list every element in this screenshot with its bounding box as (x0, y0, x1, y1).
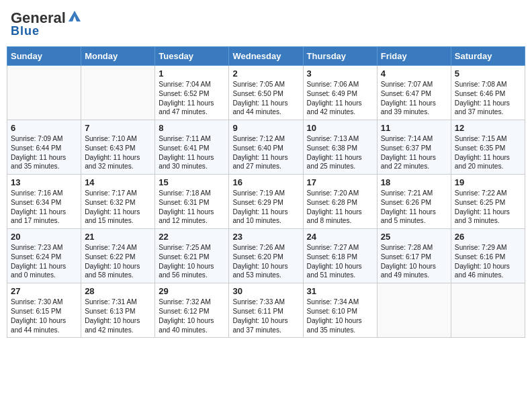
calendar-cell: 25Sunrise: 7:28 AMSunset: 6:17 PMDayligh… (377, 229, 451, 283)
day-details: Sunrise: 7:10 AMSunset: 6:43 PMDaylight:… (85, 134, 151, 171)
calendar-cell: 23Sunrise: 7:26 AMSunset: 6:20 PMDayligh… (229, 229, 303, 283)
day-details: Sunrise: 7:34 AMSunset: 6:10 PMDaylight:… (307, 298, 373, 334)
calendar-cell: 22Sunrise: 7:25 AMSunset: 6:21 PMDayligh… (155, 229, 229, 283)
day-header-thursday: Thursday (303, 47, 377, 66)
calendar-table: SundayMondayTuesdayWednesdayThursdayFrid… (7, 46, 525, 338)
logo-icon (67, 9, 82, 27)
calendar-cell: 1Sunrise: 7:04 AMSunset: 6:52 PMDaylight… (155, 66, 229, 120)
calendar-cell: 11Sunrise: 7:14 AMSunset: 6:37 PMDayligh… (377, 120, 451, 175)
calendar-week-3: 13Sunrise: 7:16 AMSunset: 6:34 PMDayligh… (7, 175, 525, 229)
day-details: Sunrise: 7:22 AMSunset: 6:25 PMDaylight:… (455, 189, 521, 226)
day-details: Sunrise: 7:29 AMSunset: 6:16 PMDaylight:… (455, 243, 521, 280)
day-number: 14 (85, 177, 151, 187)
day-header-saturday: Saturday (451, 47, 525, 66)
day-number: 2 (232, 68, 299, 79)
day-details: Sunrise: 7:33 AMSunset: 6:11 PMDaylight:… (232, 298, 299, 334)
day-number: 1 (159, 68, 225, 79)
calendar-cell (377, 283, 451, 338)
calendar-cell: 29Sunrise: 7:32 AMSunset: 6:12 PMDayligh… (155, 283, 229, 338)
day-number: 18 (381, 177, 447, 187)
calendar-week-4: 20Sunrise: 7:23 AMSunset: 6:24 PMDayligh… (7, 229, 525, 283)
day-details: Sunrise: 7:23 AMSunset: 6:24 PMDaylight:… (11, 243, 77, 280)
day-number: 3 (307, 68, 373, 79)
day-number: 31 (307, 286, 373, 296)
day-number: 30 (232, 286, 299, 296)
calendar-cell: 27Sunrise: 7:30 AMSunset: 6:15 PMDayligh… (7, 283, 81, 338)
day-number: 4 (381, 68, 447, 79)
calendar-cell: 16Sunrise: 7:19 AMSunset: 6:29 PMDayligh… (229, 175, 303, 229)
day-details: Sunrise: 7:14 AMSunset: 6:37 PMDaylight:… (381, 134, 447, 171)
day-details: Sunrise: 7:12 AMSunset: 6:40 PMDaylight:… (232, 134, 299, 171)
day-details: Sunrise: 7:09 AMSunset: 6:44 PMDaylight:… (11, 134, 77, 171)
day-number: 12 (455, 123, 521, 133)
day-details: Sunrise: 7:08 AMSunset: 6:46 PMDaylight:… (455, 80, 521, 117)
logo-blue: Blue (11, 24, 40, 38)
calendar-cell (7, 66, 81, 120)
day-number: 28 (85, 286, 151, 296)
day-header-wednesday: Wednesday (229, 47, 303, 66)
day-details: Sunrise: 7:19 AMSunset: 6:29 PMDaylight:… (232, 189, 299, 226)
calendar-cell: 14Sunrise: 7:17 AMSunset: 6:32 PMDayligh… (81, 175, 155, 229)
calendar-cell: 5Sunrise: 7:08 AMSunset: 6:46 PMDaylight… (451, 66, 525, 120)
day-number: 8 (159, 123, 225, 133)
day-details: Sunrise: 7:30 AMSunset: 6:15 PMDaylight:… (11, 298, 77, 334)
day-number: 15 (159, 177, 225, 187)
calendar-week-5: 27Sunrise: 7:30 AMSunset: 6:15 PMDayligh… (7, 283, 525, 338)
calendar-cell: 3Sunrise: 7:06 AMSunset: 6:49 PMDaylight… (303, 66, 377, 120)
day-details: Sunrise: 7:18 AMSunset: 6:31 PMDaylight:… (159, 189, 225, 226)
day-number: 26 (455, 232, 521, 242)
day-number: 21 (85, 232, 151, 242)
day-number: 29 (159, 286, 225, 296)
logo: General Blue (11, 9, 82, 38)
calendar-cell: 8Sunrise: 7:11 AMSunset: 6:41 PMDaylight… (155, 120, 229, 175)
day-number: 6 (11, 123, 77, 133)
day-number: 7 (85, 123, 151, 133)
calendar-cell: 18Sunrise: 7:21 AMSunset: 6:26 PMDayligh… (377, 175, 451, 229)
calendar-cell: 26Sunrise: 7:29 AMSunset: 6:16 PMDayligh… (451, 229, 525, 283)
day-number: 17 (307, 177, 373, 187)
calendar-cell: 2Sunrise: 7:05 AMSunset: 6:50 PMDaylight… (229, 66, 303, 120)
calendar-week-2: 6Sunrise: 7:09 AMSunset: 6:44 PMDaylight… (7, 120, 525, 175)
calendar-cell: 6Sunrise: 7:09 AMSunset: 6:44 PMDaylight… (7, 120, 81, 175)
day-details: Sunrise: 7:13 AMSunset: 6:38 PMDaylight:… (307, 134, 373, 171)
calendar-cell: 7Sunrise: 7:10 AMSunset: 6:43 PMDaylight… (81, 120, 155, 175)
day-number: 16 (232, 177, 299, 187)
day-details: Sunrise: 7:05 AMSunset: 6:50 PMDaylight:… (232, 80, 299, 117)
calendar-week-1: 1Sunrise: 7:04 AMSunset: 6:52 PMDaylight… (7, 66, 525, 120)
day-details: Sunrise: 7:32 AMSunset: 6:12 PMDaylight:… (159, 298, 225, 334)
day-number: 9 (232, 123, 299, 133)
day-details: Sunrise: 7:16 AMSunset: 6:34 PMDaylight:… (11, 189, 77, 226)
day-details: Sunrise: 7:24 AMSunset: 6:22 PMDaylight:… (85, 243, 151, 280)
day-number: 20 (11, 232, 77, 242)
calendar-cell: 20Sunrise: 7:23 AMSunset: 6:24 PMDayligh… (7, 229, 81, 283)
calendar-cell: 30Sunrise: 7:33 AMSunset: 6:11 PMDayligh… (229, 283, 303, 338)
day-header-monday: Monday (81, 47, 155, 66)
calendar-cell (451, 283, 525, 338)
calendar-cell: 21Sunrise: 7:24 AMSunset: 6:22 PMDayligh… (81, 229, 155, 283)
day-details: Sunrise: 7:07 AMSunset: 6:47 PMDaylight:… (381, 80, 447, 117)
day-header-sunday: Sunday (7, 47, 81, 66)
calendar-cell (81, 66, 155, 120)
calendar-cell: 31Sunrise: 7:34 AMSunset: 6:10 PMDayligh… (303, 283, 377, 338)
day-header-tuesday: Tuesday (155, 47, 229, 66)
day-number: 10 (307, 123, 373, 133)
calendar-cell: 19Sunrise: 7:22 AMSunset: 6:25 PMDayligh… (451, 175, 525, 229)
day-details: Sunrise: 7:15 AMSunset: 6:35 PMDaylight:… (455, 134, 521, 171)
day-details: Sunrise: 7:06 AMSunset: 6:49 PMDaylight:… (307, 80, 373, 117)
day-details: Sunrise: 7:11 AMSunset: 6:41 PMDaylight:… (159, 134, 225, 171)
calendar-header-row: SundayMondayTuesdayWednesdayThursdayFrid… (7, 47, 525, 66)
day-details: Sunrise: 7:28 AMSunset: 6:17 PMDaylight:… (381, 243, 447, 280)
calendar-cell: 9Sunrise: 7:12 AMSunset: 6:40 PMDaylight… (229, 120, 303, 175)
calendar-cell: 10Sunrise: 7:13 AMSunset: 6:38 PMDayligh… (303, 120, 377, 175)
calendar-cell: 4Sunrise: 7:07 AMSunset: 6:47 PMDaylight… (377, 66, 451, 120)
day-details: Sunrise: 7:26 AMSunset: 6:20 PMDaylight:… (232, 243, 299, 280)
day-number: 23 (232, 232, 299, 242)
day-details: Sunrise: 7:04 AMSunset: 6:52 PMDaylight:… (159, 80, 225, 117)
page-header: General Blue (7, 7, 525, 41)
day-details: Sunrise: 7:25 AMSunset: 6:21 PMDaylight:… (159, 243, 225, 280)
calendar-cell: 12Sunrise: 7:15 AMSunset: 6:35 PMDayligh… (451, 120, 525, 175)
day-number: 27 (11, 286, 77, 296)
calendar-cell: 17Sunrise: 7:20 AMSunset: 6:28 PMDayligh… (303, 175, 377, 229)
day-number: 24 (307, 232, 373, 242)
day-details: Sunrise: 7:17 AMSunset: 6:32 PMDaylight:… (85, 189, 151, 226)
